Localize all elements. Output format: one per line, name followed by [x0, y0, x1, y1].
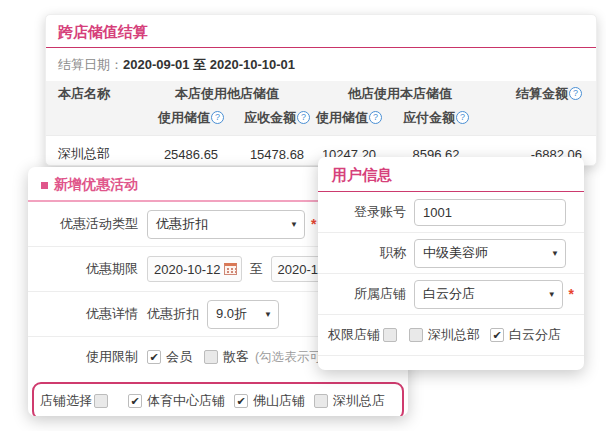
- checkbox-baiyun-branch[interactable]: ✔ 白云分店: [490, 326, 561, 344]
- account-label: 登录账号: [328, 203, 406, 221]
- perm-store-row: 权限店铺 深圳总部 ✔ 白云分店: [318, 315, 584, 356]
- required-asterisk: *: [311, 216, 316, 232]
- checkbox-foshan-store[interactable]: ✔ 佛山店铺: [234, 392, 305, 410]
- settlement-panel: 跨店储值结算 结算日期：2020-09-01 至 2020-10-10-01 本…: [45, 14, 597, 166]
- square-bullet-icon: [41, 182, 48, 189]
- required-asterisk: *: [569, 286, 574, 302]
- dropdown-arrow-icon: ▼: [264, 310, 272, 319]
- perm-store-lead-checkbox[interactable]: [383, 328, 397, 342]
- belong-store-label: 所属店铺: [328, 285, 406, 303]
- subcol-used-value-2: 使用储值?: [313, 109, 385, 127]
- promo-type-label: 优惠活动类型: [38, 215, 138, 233]
- checkbox-unchecked-icon[interactable]: [204, 350, 218, 364]
- account-input[interactable]: [414, 199, 566, 226]
- date-range-value: 2020-09-01 至 2020-10-10-01: [123, 57, 295, 72]
- radio-staff-app[interactable]: 员工APP: [414, 368, 485, 371]
- store-select-label: 店铺选择: [40, 392, 92, 410]
- user-info-panel: 用户信息 登录账号 职称 中级美容师 ▼ 所属店铺 白云分店 ▼ * 权限店铺 …: [318, 157, 584, 370]
- checkbox-checked-icon[interactable]: ✔: [234, 394, 248, 408]
- cell-used-value-1: 25486.65: [141, 147, 241, 162]
- checkbox-unchecked-icon[interactable]: [314, 394, 328, 408]
- promo-type-select[interactable]: 优惠折扣 ▼: [147, 210, 305, 239]
- settlement-panel-title: 跨店储值结算: [46, 15, 596, 47]
- detail-sub-label: 优惠折扣: [147, 305, 199, 323]
- account-row: 登录账号: [318, 192, 584, 233]
- checkbox-unchecked-icon[interactable]: [409, 328, 423, 342]
- subcol-payable: 应付金额?: [385, 109, 487, 127]
- help-icon[interactable]: ?: [569, 87, 582, 100]
- job-title-label: 职称: [328, 244, 406, 262]
- belong-store-select[interactable]: 白云分店 ▼: [414, 280, 563, 309]
- col-group-other-use: 他店使用本店储值: [313, 85, 487, 103]
- cell-receivable: 15478.68: [241, 147, 313, 162]
- calendar-icon[interactable]: [224, 263, 237, 275]
- belong-store-row: 所属店铺 白云分店 ▼ *: [318, 274, 584, 315]
- date-label: 结算日期：: [58, 57, 123, 72]
- checkbox-sports-center-store[interactable]: ✔ 体育中心店铺: [128, 392, 225, 410]
- store-select-highlight-box: 店铺选择 ✔ 体育中心店铺 ✔ 佛山店铺 深圳总店: [32, 382, 404, 416]
- position-perm-row: 所属职位权限 员工APP 商城: [318, 356, 584, 370]
- promo-period-label: 优惠期限: [38, 260, 138, 278]
- job-title-row: 职称 中级美容师 ▼: [318, 233, 584, 274]
- perm-store-label: 权限店铺: [328, 326, 380, 344]
- checkbox-walkin[interactable]: 散客: [204, 348, 249, 366]
- help-icon[interactable]: ?: [297, 111, 310, 124]
- checkbox-checked-icon[interactable]: ✔: [128, 394, 142, 408]
- position-perm-label: 所属职位权限: [328, 368, 406, 371]
- help-icon[interactable]: ?: [211, 111, 224, 124]
- dropdown-arrow-icon: ▼: [290, 220, 298, 229]
- checkbox-member[interactable]: ✔ 会员: [147, 348, 192, 366]
- user-panel-title: 用户信息: [318, 157, 584, 191]
- col-settle-amount: 结算金额?: [487, 85, 596, 103]
- promo-detail-label: 优惠详情: [38, 305, 138, 323]
- checkbox-checked-icon[interactable]: ✔: [147, 350, 161, 364]
- checkbox-checked-icon[interactable]: ✔: [490, 328, 504, 342]
- checkbox-shenzhen-main-store[interactable]: 深圳总店: [314, 392, 385, 410]
- discount-select[interactable]: 9.0折 ▼: [207, 300, 279, 329]
- radio-selected-icon[interactable]: [414, 370, 428, 371]
- promo-limit-label: 使用限制: [38, 348, 138, 366]
- radio-mall[interactable]: 商城: [495, 368, 540, 371]
- checkbox-shenzhen-hq[interactable]: 深圳总部: [409, 326, 480, 344]
- cell-store-name: 深圳总部: [46, 145, 141, 163]
- period-start-input[interactable]: 2020-10-12: [147, 256, 242, 282]
- dropdown-arrow-icon: ▼: [548, 290, 556, 299]
- settlement-date-line: 结算日期：2020-09-01 至 2020-10-10-01: [46, 48, 596, 81]
- table-header: 本店名称 本店使用他店储值 他店使用本店储值 结算金额? 使用储值? 应收金额?…: [46, 81, 596, 135]
- help-icon[interactable]: ?: [369, 111, 382, 124]
- store-select-lead-checkbox[interactable]: [94, 394, 108, 408]
- radio-unselected-icon[interactable]: [495, 370, 509, 371]
- col-group-use-other: 本店使用他店储值: [141, 85, 313, 103]
- dropdown-arrow-icon: ▼: [551, 249, 559, 258]
- subcol-receivable: 应收金额?: [241, 109, 313, 127]
- col-store-name: 本店名称: [46, 85, 141, 103]
- subcol-used-value-1: 使用储值?: [141, 109, 241, 127]
- job-title-select[interactable]: 中级美容师 ▼: [414, 239, 566, 268]
- period-to-text: 至: [250, 260, 263, 278]
- help-icon[interactable]: ?: [456, 111, 469, 124]
